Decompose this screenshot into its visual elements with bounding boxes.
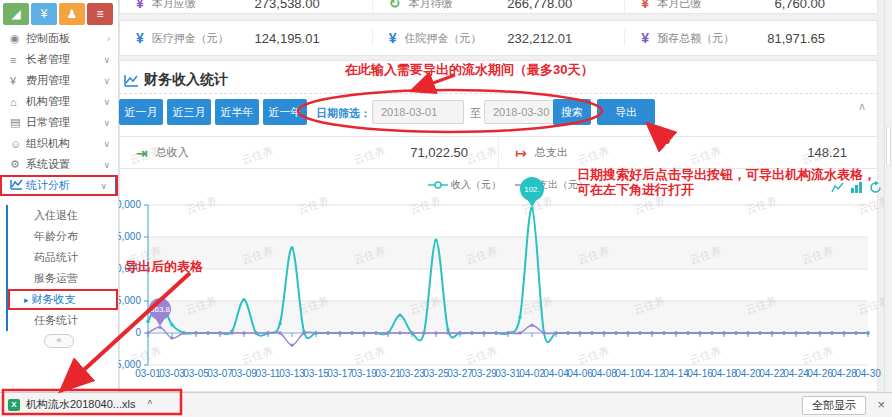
money-widget-icon[interactable]: ¥: [31, 3, 57, 25]
sidebar-item-control-panel[interactable]: ◉ 控制面板 ›: [0, 28, 118, 49]
sidebar-item-fee-mgmt[interactable]: ¥ 费用管理 ∨: [0, 70, 118, 91]
data-point: [782, 331, 785, 334]
sidebar-item-label: 长者管理: [26, 52, 103, 67]
downloaded-file-chip[interactable]: X 机构流水2018040...xls ^: [8, 397, 152, 412]
data-point: [746, 331, 749, 334]
x-axis-label: 04-30: [855, 368, 881, 379]
subitem-label: 任务统计: [34, 313, 78, 328]
x-axis-label: 03-19: [351, 368, 377, 379]
data-point: [722, 331, 725, 334]
subitem-label: 服务运营: [34, 271, 78, 286]
markpoint-pin-income-max: 102.: [520, 177, 544, 201]
x-axis-label: 04-28: [831, 368, 857, 379]
legend-income-label: 收入（元）: [451, 178, 501, 192]
sidebar-collapse-button[interactable]: «: [44, 334, 74, 348]
data-point: [194, 331, 197, 334]
data-point: [170, 336, 173, 339]
markpoint-label: 863.8: [150, 305, 170, 314]
x-axis-label: 04-08: [591, 368, 617, 379]
sidebar-item-label: 机构管理: [26, 94, 103, 109]
data-point: [410, 331, 413, 334]
x-axis-label: 03-23: [399, 368, 425, 379]
sidebar-subitem-drug-stats[interactable]: 药品统计: [8, 247, 118, 268]
sidebar-item-daily-mgmt[interactable]: ▤ 日常管理 ∨: [0, 112, 118, 133]
x-axis-label: 04-26: [807, 368, 833, 379]
legend-income-marker-icon: [428, 180, 448, 190]
chevron-down-icon: ∨: [103, 139, 110, 149]
data-point: [734, 331, 737, 334]
show-all-downloads-button[interactable]: 全部显示: [802, 396, 866, 415]
legend-item-income[interactable]: 收入（元）: [428, 178, 501, 192]
data-point: [446, 328, 449, 331]
sidebar-item-org-mgmt[interactable]: ⌂ 机构管理 ∨: [0, 91, 118, 112]
x-axis-label: 03-27: [447, 368, 473, 379]
x-axis-label: 04-12: [639, 368, 665, 379]
annotation-exported-table: 导出后的表格: [125, 258, 203, 276]
data-point: [770, 331, 773, 334]
excel-file-icon: X: [8, 399, 20, 411]
subitem-label: 年龄分布: [34, 229, 78, 244]
data-point: [242, 331, 245, 334]
data-point: [518, 331, 521, 334]
vertical-scrollbar[interactable]: [884, 0, 892, 392]
sidebar-item-statistics[interactable]: 统计分析 ∨: [0, 175, 118, 196]
x-axis-label: 03-25: [423, 368, 449, 379]
sidebar-subitem-finance[interactable]: ▸ 财务收支: [8, 289, 118, 310]
data-point: [602, 331, 605, 334]
sidebar-subitem-service-ops[interactable]: 服务运营: [8, 268, 118, 289]
sidebar-subitem-task-stats[interactable]: 任务统计: [8, 310, 118, 331]
card-icon: ▤: [10, 116, 26, 129]
close-download-bar-icon[interactable]: ×: [877, 397, 885, 412]
scrollbar-thumb[interactable]: [886, 126, 891, 166]
chevron-down-icon: ∨: [100, 181, 107, 191]
chevron-down-icon: ∨: [103, 76, 110, 86]
line-chart-icon: [10, 179, 26, 192]
list-widget-icon[interactable]: ≡: [87, 3, 113, 25]
markpoint-label: 102.: [524, 185, 540, 194]
sidebar: ◢ ¥ ♟ ≡ ◉ 控制面板 › ≡ 长者管理 ∨ ¥ 费用管理 ∨ ⌂: [0, 0, 119, 392]
subitem-label: 入住退住: [34, 208, 78, 223]
data-point: [146, 331, 149, 334]
sidebar-item-system-settings[interactable]: ⚙ 系统设置 ∨: [0, 154, 118, 175]
chart-widget-icon[interactable]: ◢: [3, 3, 29, 25]
sidebar-subitem-checkin[interactable]: 入住退住: [8, 205, 118, 226]
chart-band: [148, 237, 868, 269]
data-point: [218, 331, 221, 334]
active-arrow-icon: ▸: [24, 295, 29, 305]
data-point: [278, 331, 281, 334]
y-axis-label: 5,000: [116, 295, 141, 306]
data-point: [542, 331, 545, 334]
sidebar-item-label: 组织机构: [26, 136, 103, 151]
data-point: [494, 331, 497, 334]
chevron-down-icon: ∨: [103, 160, 110, 170]
data-point: [386, 331, 389, 334]
subitem-label: 药品统计: [34, 250, 78, 265]
data-point: [578, 331, 581, 334]
data-point: [206, 331, 209, 334]
people-widget-icon[interactable]: ♟: [59, 3, 85, 25]
data-point: [686, 331, 689, 334]
annotation-export-line2: 可在左下角进行打开: [577, 181, 694, 199]
chevron-down-icon: ∨: [103, 55, 110, 65]
data-point: [614, 331, 617, 334]
data-point: [638, 331, 641, 334]
x-axis-label: 03-17: [327, 368, 353, 379]
data-point: [806, 331, 809, 334]
sidebar-subitem-age-dist[interactable]: 年龄分布: [8, 226, 118, 247]
data-point: [146, 320, 149, 323]
data-point: [470, 331, 473, 334]
data-point: [482, 331, 485, 334]
sidebar-item-organization[interactable]: ☺ 组织机构 ∨: [0, 133, 118, 154]
x-axis-label: 04-16: [687, 368, 713, 379]
download-bar: X 机构流水2018040...xls ^ 全部显示 ×: [0, 392, 892, 417]
x-axis-label: 03-07: [207, 368, 233, 379]
data-point: [626, 331, 629, 334]
chevron-down-icon: ∨: [103, 97, 110, 107]
annotation-date-range: 在此输入需要导出的流水期间（最多30天）: [345, 61, 593, 79]
gear-icon: ⚙: [10, 158, 26, 171]
data-point: [674, 331, 677, 334]
x-axis-label: 04-20: [735, 368, 761, 379]
sidebar-item-elder-mgmt[interactable]: ≡ 长者管理 ∨: [0, 49, 118, 70]
x-axis-label: 03-03: [159, 368, 185, 379]
chevron-up-icon[interactable]: ^: [147, 399, 152, 410]
